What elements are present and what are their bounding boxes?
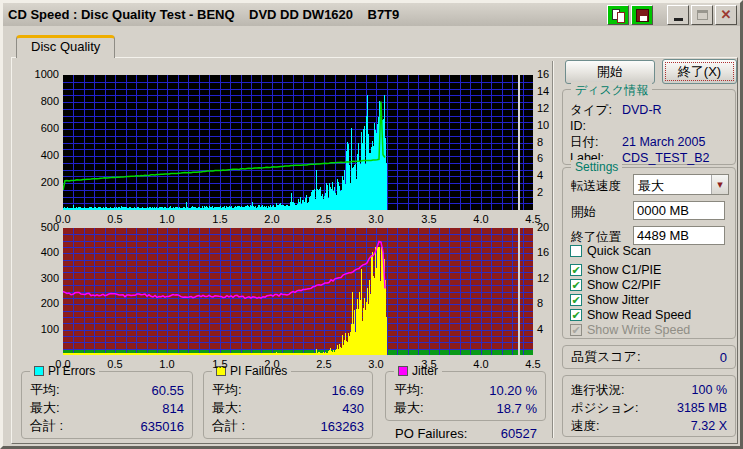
- axis-tick: 3.5: [414, 358, 444, 370]
- copy-to-clipboard-button[interactable]: [607, 5, 629, 25]
- axis-tick: 400: [17, 246, 59, 258]
- axis-tick: 1.5: [205, 358, 235, 370]
- axis-tick: 1000: [17, 68, 59, 80]
- disc-id-label: ID:: [570, 119, 622, 133]
- speed-value: 7.32 X: [691, 419, 727, 433]
- po-failures-value: 60527: [501, 426, 537, 441]
- axis-tick: 8: [537, 136, 567, 148]
- axis-tick: 200: [17, 297, 59, 309]
- axis-tick: 4: [537, 323, 567, 335]
- window-title: CD Speed : Disc Quality Test - BENQ DVD …: [3, 7, 399, 22]
- axis-tick: 2: [537, 186, 567, 198]
- axis-tick: 4.0: [466, 358, 496, 370]
- axis-tick: 2.0: [257, 358, 287, 370]
- po-failures-label: PO Failures:: [395, 426, 467, 441]
- disc-date-label: 日付:: [570, 134, 622, 151]
- checkbox-box: [570, 245, 582, 257]
- jitter-swatch-icon: [398, 366, 408, 376]
- pi-errors-swatch-icon: [34, 366, 44, 376]
- disc-type-label: タイプ:: [570, 102, 622, 119]
- stat-label: 最大:: [394, 399, 424, 417]
- start-button[interactable]: 開始: [565, 60, 655, 84]
- maximize-button: [691, 5, 713, 25]
- stat-label: 平均:: [30, 381, 60, 399]
- axis-tick: 2.5: [309, 358, 339, 370]
- axis-tick: 1.0: [152, 358, 182, 370]
- quality-score-label: 品質スコア:: [571, 348, 641, 366]
- minimize-button[interactable]: [667, 5, 689, 25]
- speed-label: 速度:: [571, 418, 599, 435]
- close-button[interactable]: ✕: [715, 5, 737, 25]
- axis-tick: 4.0: [466, 213, 496, 225]
- axis-tick: 16: [537, 68, 567, 80]
- stat-label: 平均:: [394, 381, 424, 399]
- checkbox-box: ✔: [570, 279, 582, 291]
- checkbox-label: Show Write Speed: [587, 323, 690, 337]
- axis-tick: 0.5: [100, 358, 130, 370]
- disc-info-row: タイプ: DVD-R: [563, 102, 735, 118]
- chevron-down-icon[interactable]: ▾: [711, 175, 728, 194]
- close-icon: ✕: [721, 8, 732, 21]
- position-value: 3185 MB: [677, 401, 727, 415]
- axis-tick: 12: [537, 102, 567, 114]
- stat-label: 合計 :: [212, 417, 245, 435]
- axis-tick: 500: [17, 221, 59, 233]
- stat-value: 163263: [321, 419, 364, 434]
- end-position-input[interactable]: [633, 226, 725, 245]
- pi-failures-stats-group: PI Failures 平均:16.69 最大:430 合計 :163263: [203, 371, 373, 439]
- start-position-label: 開始: [571, 204, 596, 221]
- stat-label: 最大:: [212, 399, 242, 417]
- start-position-input[interactable]: [633, 201, 725, 220]
- axis-tick: 4: [537, 169, 567, 181]
- disc-info-row: ID:: [563, 118, 735, 134]
- save-button[interactable]: [631, 5, 653, 25]
- axis-tick: 1.0: [152, 213, 182, 225]
- checkbox-show-read-speed[interactable]: ✔Show Read Speed: [570, 308, 733, 322]
- checkbox-label: Show C2/PIF: [587, 278, 661, 292]
- checkbox-box: ✔: [570, 294, 582, 306]
- pi-errors-read-speed-chart: [63, 75, 533, 210]
- axis-tick: 0.0: [48, 358, 78, 370]
- jitter-stats-group: Jitter 平均:10.20 % 最大:18.7 %: [385, 371, 546, 421]
- checkbox-show-jitter[interactable]: ✔Show Jitter: [570, 293, 733, 307]
- stat-value: 16.69: [331, 383, 364, 398]
- axis-tick: 3.5: [414, 213, 444, 225]
- checkbox-show-c1-pie[interactable]: ✔Show C1/PIE: [570, 263, 733, 277]
- axis-tick: 3.0: [361, 213, 391, 225]
- quality-score-group: 品質スコア: 0: [562, 345, 736, 369]
- stat-value: 814: [162, 401, 184, 416]
- axis-tick: 600: [17, 122, 59, 134]
- settings-title: Settings: [571, 160, 622, 174]
- axis-tick: 20: [537, 221, 567, 233]
- checkbox-quick-scan[interactable]: Quick Scan: [570, 244, 733, 258]
- scan-options-list: Quick Scan✔Show C1/PIE✔Show C2/PIF✔Show …: [570, 244, 733, 338]
- transfer-speed-combobox[interactable]: 最大 ▾: [633, 174, 729, 195]
- exit-button[interactable]: 終了(X): [662, 59, 737, 84]
- axis-tick: 6: [537, 152, 567, 164]
- stat-value: 430: [342, 401, 364, 416]
- axis-tick: 0.5: [100, 213, 130, 225]
- maximize-icon: [697, 10, 708, 20]
- disc-date-value: 21 March 2005: [622, 135, 705, 149]
- axis-tick: 14: [537, 85, 567, 97]
- disc-label-value: CDS_TEST_B2: [622, 151, 710, 165]
- stat-label: 最大:: [30, 399, 60, 417]
- checkbox-box: ✔: [570, 264, 582, 276]
- axis-tick: 300: [17, 272, 59, 284]
- po-failures-row: PO Failures: 60527: [387, 424, 545, 442]
- app-window: CD Speed : Disc Quality Test - BENQ DVD …: [0, 0, 743, 449]
- transfer-speed-value: 最大: [634, 175, 711, 194]
- stat-value: 635016: [141, 419, 184, 434]
- checkbox-show-c2-pif[interactable]: ✔Show C2/PIF: [570, 278, 733, 292]
- checkbox-label: Show Jitter: [587, 293, 649, 307]
- pi-errors-stats-group: PI Errors 平均:60.55 最大:814 合計 :635016: [21, 371, 193, 439]
- quality-score-value: 0: [720, 350, 727, 365]
- tab-disc-quality[interactable]: Disc Quality: [16, 35, 115, 58]
- disc-info-row: 日付: 21 March 2005: [563, 134, 735, 150]
- axis-tick: 2.5: [309, 213, 339, 225]
- disc-info-title: ディスク情報: [571, 82, 652, 99]
- axis-tick: 100: [17, 323, 59, 335]
- axis-tick: 8: [537, 297, 567, 309]
- progress-group: 進行状況: 100 % ポジション: 3185 MB 速度: 7.32 X: [562, 375, 736, 437]
- axis-tick: 200: [17, 176, 59, 188]
